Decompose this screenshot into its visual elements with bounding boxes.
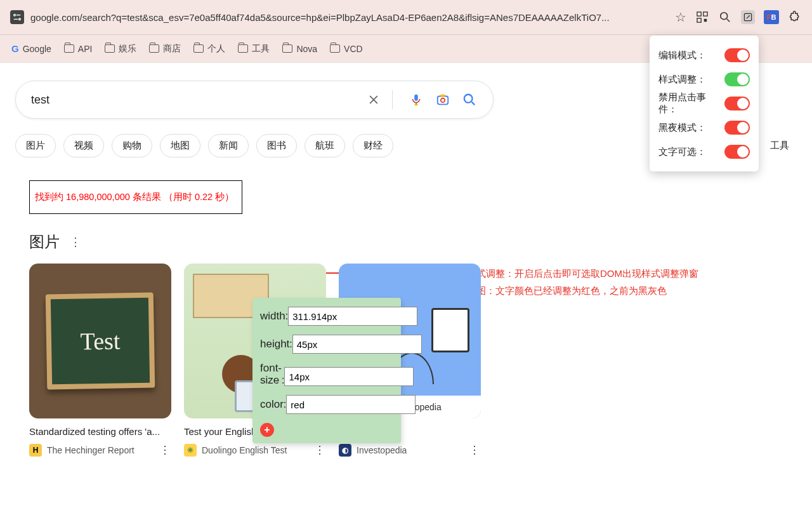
search-box[interactable] [15, 81, 494, 119]
extensions-puzzle-icon[interactable] [788, 10, 802, 24]
bookmark-label: 商店 [163, 43, 181, 55]
toggle-switch[interactable] [724, 72, 750, 86]
bookmark-folder[interactable]: 个人 [193, 43, 225, 55]
svg-rect-6 [697, 18, 701, 22]
chip-videos[interactable]: 视频 [63, 134, 104, 157]
chip-finance[interactable]: 财经 [353, 134, 393, 157]
annotation-line: 样式调整：开启后点击即可选取DOM出现样式调整弹窗 [467, 265, 698, 282]
bookmark-google[interactable]: G Google [11, 43, 51, 54]
toggle-switch[interactable] [724, 121, 750, 135]
style-prop-label: height [260, 338, 289, 351]
card-menu-icon[interactable]: ⋯ [468, 444, 482, 456]
chip-shopping[interactable]: 购物 [112, 134, 152, 157]
style-value-input[interactable] [284, 367, 414, 386]
qr-extension-icon[interactable] [695, 10, 709, 24]
google-favicon-icon: G [11, 43, 19, 54]
clear-icon[interactable] [365, 91, 382, 108]
card-title: Standardized testing offers 'a... [29, 426, 171, 437]
card-source: H The Hechinger Report ⋯ [29, 443, 171, 457]
chip-maps[interactable]: 地图 [160, 134, 200, 157]
card-menu-icon[interactable]: ⋯ [159, 444, 173, 456]
bookmark-label: Nova [296, 44, 317, 54]
image-result-card[interactable]: Test Standardized testing offers 'a... H… [29, 264, 171, 457]
svg-point-17 [441, 98, 445, 102]
search-input[interactable] [31, 93, 355, 107]
source-name: Duolingo English Test [202, 445, 287, 455]
translate-extension-icon[interactable]: FB [764, 10, 779, 24]
chip-books[interactable]: 图书 [256, 134, 297, 157]
style-prop-label: font-size [260, 363, 282, 386]
result-stats-selected[interactable]: 找到约 16,980,000,000 条结果 （用时 0.22 秒） [29, 180, 242, 214]
svg-rect-4 [697, 12, 701, 16]
chalk-text: Test [80, 326, 121, 355]
chip-flights[interactable]: 航班 [304, 134, 345, 157]
bookmark-label: Google [23, 44, 51, 54]
annotation-line: 如图：文字颜色已经调整为红色，之前为黑灰色 [467, 282, 698, 299]
browser-address-bar: google.com/search?q=test&sca_esv=7e0a5ff… [0, 0, 812, 35]
bookmark-folder[interactable]: 工具 [238, 43, 270, 55]
bookmark-label: API [78, 44, 93, 54]
toggle-switch[interactable] [724, 48, 750, 62]
bookmark-label: 娱乐 [119, 43, 136, 55]
style-row: font-size : [260, 363, 393, 386]
edit-extension-icon[interactable] [741, 10, 755, 24]
bookmark-label: 个人 [207, 43, 225, 55]
bookmark-folder[interactable]: 商店 [149, 43, 181, 55]
folder-icon [193, 44, 204, 53]
folder-icon [105, 44, 115, 53]
toggle-row-style-adjust: 样式调整： [658, 67, 750, 91]
bookmark-label: VCD [344, 44, 363, 54]
image-thumbnail[interactable]: Test [29, 264, 171, 418]
tools-link[interactable]: 工具 [770, 140, 789, 152]
svg-point-19 [464, 95, 473, 103]
toggle-switch[interactable] [724, 145, 750, 159]
bookmark-folder[interactable]: API [64, 44, 93, 54]
images-section-header: 图片 ⋮ [29, 232, 812, 252]
style-value-input[interactable] [288, 307, 417, 326]
svg-rect-16 [438, 97, 449, 105]
site-settings-icon[interactable] [10, 10, 24, 24]
bookmark-folder[interactable]: Nova [282, 44, 317, 54]
toggle-switch[interactable] [724, 97, 750, 110]
folder-icon [238, 44, 248, 53]
style-row: color : [260, 395, 393, 414]
style-prop-label: color [260, 398, 284, 411]
svg-rect-18 [440, 95, 445, 97]
chip-news[interactable]: 新闻 [208, 134, 249, 157]
separator [392, 90, 393, 109]
toggle-row-text-selectable: 文字可选： [658, 140, 750, 164]
style-row: width : [260, 307, 393, 326]
bookmark-label: 工具 [252, 43, 270, 55]
search-icon[interactable] [461, 91, 478, 108]
voice-search-icon[interactable] [408, 91, 424, 108]
extension-settings-popover: 编辑模式： 样式调整： 禁用点击事件： 黑夜模式： 文字可选： [650, 36, 759, 171]
svg-point-8 [721, 13, 728, 20]
image-search-icon[interactable] [435, 91, 451, 108]
toggle-label: 文字可选： [658, 146, 706, 158]
source-name: Investopedia [357, 445, 407, 455]
svg-rect-7 [704, 19, 707, 22]
folder-icon [149, 44, 159, 53]
bookmark-folder[interactable]: 娱乐 [105, 43, 136, 55]
source-name: The Hechinger Report [47, 445, 134, 455]
source-favicon-icon: ✳ [184, 444, 197, 457]
chip-images[interactable]: 图片 [15, 134, 56, 157]
source-favicon-icon: H [29, 444, 42, 457]
svg-line-20 [472, 102, 475, 105]
bookmark-star-icon[interactable]: ☆ [675, 10, 686, 25]
toggle-row-disable-click: 禁用点击事件： [658, 91, 750, 116]
more-menu-icon[interactable]: ⋮ [70, 235, 82, 249]
style-prop-label: width [260, 310, 285, 323]
bookmark-folder[interactable]: VCD [330, 44, 363, 54]
card-menu-icon[interactable]: ⋯ [313, 444, 327, 456]
svg-point-2 [19, 18, 21, 20]
style-adjust-panel[interactable]: width : height : font-size : color : + [252, 298, 401, 443]
style-value-input[interactable] [286, 395, 416, 414]
zoom-extension-icon[interactable] [718, 10, 732, 24]
source-favicon-icon: ◐ [339, 444, 351, 457]
toggle-row-edit-mode: 编辑模式： [658, 43, 750, 67]
add-style-button[interactable]: + [260, 423, 274, 437]
folder-icon [330, 44, 340, 53]
url-text[interactable]: google.com/search?q=test&sca_esv=7e0a5ff… [30, 12, 669, 23]
style-value-input[interactable] [292, 335, 422, 354]
